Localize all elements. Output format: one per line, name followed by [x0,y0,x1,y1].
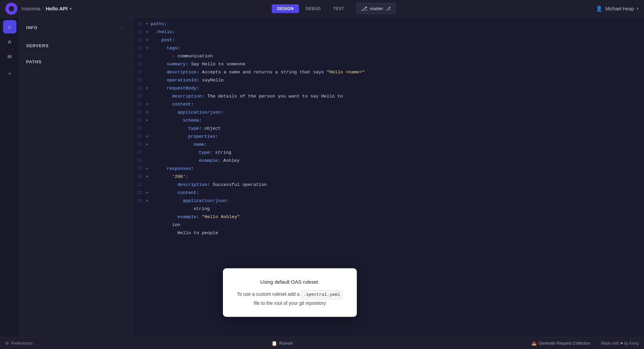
code-line-18: 18 operationId: sayHello [133,76,644,84]
made-with-text: Made with ♥ by Kong [601,341,639,346]
sidebar-item-a[interactable]: A [3,35,16,48]
git-branch-icon2: ⎇ [386,6,391,11]
sidebar-section-info[interactable]: INFO ··· [19,17,133,38]
code-line-33: 33 ▼ application/json: [133,197,644,205]
code-line-11: 11 ▼ paths: [133,20,644,28]
sidebar-item-add[interactable]: + [3,67,16,80]
git-branch-button[interactable]: ⎇ master ⎇ [356,3,396,14]
ruleset-icon: 📋 [271,341,277,346]
code-line-32: 32 ▼ content: [133,189,644,197]
user-chevron-icon: ▾ [637,6,639,11]
code-line-37: Hello to people [133,229,644,237]
info-options-button[interactable]: ··· [117,23,126,32]
github-icon: ⎇ [361,5,367,12]
sidebar-section-paths[interactable]: PATHS [19,54,133,70]
sidebar-item-m[interactable]: M [3,50,16,63]
code-line-26: 26 ▼ name: [133,141,644,149]
code-editor[interactable]: 11 ▼ paths: 12 ▼ /hello: 13 ▼ post: 14 ▼… [133,17,644,240]
code-line-30: 30 ▼ '200': [133,173,644,181]
preferences-button[interactable]: ⚙ Preferences [5,341,33,346]
code-line-14: 14 ▼ tags: [133,44,644,52]
sidebar-section-paths-label: PATHS [26,59,42,64]
generate-icon: 📤 [532,341,537,346]
code-line-15: 15 - communication [133,52,644,60]
topbar-tabs: DESIGN DEBUG TEST ⎇ master ⎇ [272,3,396,14]
code-editor-area[interactable]: 11 ▼ paths: 12 ▼ /hello: 13 ▼ post: 14 ▼… [133,17,644,337]
code-line-21: 21 ▼ content: [133,100,644,109]
tooltip-body-before: To use a custom ruleset add a [237,291,300,297]
breadcrumb: Insomnia / Hello API ▾ [21,6,72,11]
user-icon: 👤 [596,5,602,12]
ruleset-label: Ruleset [279,341,293,346]
code-line-24: 24 type: object [133,125,644,133]
tooltip-popup: Using default OAS ruleset. To use a cust… [223,268,357,317]
heart-icon: ♥ [620,341,623,346]
code-line-35: example: "Hello Ashley" [133,213,644,221]
code-line-29: 29 ▼ responses: [133,165,644,173]
code-line-17: 17 description: Accepts a name and retur… [133,68,644,76]
bottom-bar: ⚙ Preferences 📋 Ruleset 📤 Generate Reque… [0,337,644,349]
user-menu[interactable]: 👤 Michael Heap ▾ [596,5,639,12]
code-line-20: 20 description: The details of the perso… [133,92,644,100]
main-layout: ⌂ A M + INFO ··· SERVERS PATHS 11 ▼ path… [0,17,644,337]
code-line-31: 31 description: Successful operation [133,181,644,189]
tab-test[interactable]: TEST [328,4,349,13]
tab-design[interactable]: DESIGN [272,4,299,13]
tooltip-body: To use a custom ruleset add a .spectral.… [234,290,346,307]
code-line-22: 22 ▼ application/json: [133,109,644,117]
project-name[interactable]: Hello API [46,6,68,11]
logo-inner [9,6,14,11]
code-line-34: string [133,205,644,213]
code-line-23: 23 ▼ schema: [133,117,644,125]
sidebar-section-servers-label: SERVERS [26,43,49,48]
tooltip-body-after: file to the root of your git repository [254,300,326,306]
app-logo[interactable] [5,3,17,15]
topbar: Insomnia / Hello API ▾ DESIGN DEBUG TEST… [0,0,644,17]
code-line-27: 27 type: string [133,149,644,157]
user-name: Michael Heap [605,6,634,11]
sidebar: INFO ··· SERVERS PATHS [19,17,133,337]
sidebar-section-info-label: INFO [26,25,37,30]
topbar-left: Insomnia / Hello API ▾ [5,3,72,15]
tab-debug[interactable]: DEBUG [300,4,326,13]
bottom-right: 📤 Generate Request Collection Made with … [532,341,639,346]
tooltip-code-tag: .spectral.yaml [301,290,343,299]
tooltip-title: Using default OAS ruleset. [234,278,346,286]
code-line-19: 19 ▼ requestBody: [133,84,644,92]
preferences-label: Preferences [11,341,33,346]
generate-label: Generate Request Collection [539,341,590,346]
code-line-13: 13 ▼ post: [133,36,644,44]
code-line-12: 12 ▼ /hello: [133,28,644,36]
project-dropdown-icon[interactable]: ▾ [70,6,72,11]
code-line-36: ion [133,221,644,229]
git-branch-label: master [370,6,383,11]
ruleset-button[interactable]: 📋 Ruleset [271,341,293,346]
code-line-16: 16 summary: Say Hello to someone [133,60,644,68]
sidebar-section-servers[interactable]: SERVERS [19,38,133,54]
divider-3 [19,70,133,70]
generate-request-collection-button[interactable]: 📤 Generate Request Collection [532,341,590,346]
app-name: Insomnia [21,6,41,11]
code-line-28: 28 example: Ashley [133,157,644,165]
settings-icon: ⚙ [5,341,9,346]
sidebar-item-home[interactable]: ⌂ [3,20,16,33]
icon-bar: ⌂ A M + [0,17,19,337]
breadcrumb-separator: / [43,6,44,11]
code-line-25: 25 ▼ properties: [133,133,644,141]
